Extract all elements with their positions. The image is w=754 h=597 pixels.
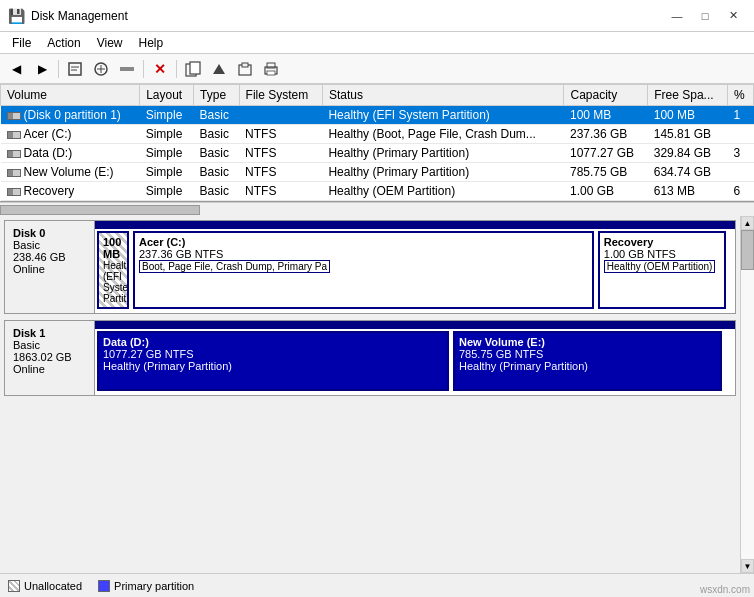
maximize-button[interactable]: □ bbox=[692, 6, 718, 26]
partition-size: 237.36 GB NTFS bbox=[139, 248, 588, 260]
partition-table: Volume Layout Type File System Status Ca… bbox=[0, 84, 754, 201]
partition-block[interactable]: Recovery 1.00 GB NTFS Healthy (OEM Parti… bbox=[598, 231, 726, 309]
v-scroll-thumb[interactable] bbox=[741, 230, 754, 270]
forward-button[interactable]: ▶ bbox=[30, 58, 54, 80]
disk-status: Online bbox=[13, 263, 86, 275]
table-row[interactable]: New Volume (E:)SimpleBasicNTFSHealthy (P… bbox=[1, 163, 754, 182]
scroll-down-button[interactable]: ▼ bbox=[741, 559, 754, 573]
app-icon: 💾 bbox=[8, 8, 25, 24]
scroll-track bbox=[741, 230, 754, 559]
table-row[interactable]: Data (D:)SimpleBasicNTFSHealthy (Primary… bbox=[1, 144, 754, 163]
disk-id: Disk 0 bbox=[13, 227, 86, 239]
col-layout[interactable]: Layout bbox=[140, 85, 194, 106]
table-row[interactable]: RecoverySimpleBasicNTFSHealthy (OEM Part… bbox=[1, 182, 754, 201]
col-volume[interactable]: Volume bbox=[1, 85, 140, 106]
print-button[interactable] bbox=[259, 58, 283, 80]
col-status[interactable]: Status bbox=[322, 85, 564, 106]
col-type[interactable]: Type bbox=[194, 85, 240, 106]
partition-name: Recovery bbox=[604, 236, 720, 248]
table-cell: NTFS bbox=[239, 182, 322, 201]
window-controls: — □ ✕ bbox=[664, 6, 746, 26]
toolbar-separator-1 bbox=[58, 60, 59, 78]
partition-block[interactable]: 100 MB Healthy (EFI System Partition) bbox=[97, 231, 129, 309]
partition-size: 100 MB bbox=[103, 236, 123, 260]
partition-size: 785.75 GB NTFS bbox=[459, 348, 716, 360]
shrink-button[interactable] bbox=[115, 58, 139, 80]
vertical-scrollbar[interactable]: ▲ ▼ bbox=[740, 216, 754, 573]
legend-primary-icon bbox=[98, 580, 110, 592]
disk-type: Basic bbox=[13, 339, 86, 351]
col-freespace[interactable]: Free Spa... bbox=[648, 85, 728, 106]
legend-unallocated: Unallocated bbox=[8, 580, 82, 592]
partition-size: 1077.27 GB NTFS bbox=[103, 348, 443, 360]
disk-status: Online bbox=[13, 363, 86, 375]
table-cell bbox=[727, 163, 753, 182]
col-capacity[interactable]: Capacity bbox=[564, 85, 648, 106]
partition-block[interactable]: New Volume (E:) 785.75 GB NTFS Healthy (… bbox=[453, 331, 722, 391]
table-row[interactable]: (Disk 0 partition 1)SimpleBasicHealthy (… bbox=[1, 106, 754, 125]
table-cell: 3 bbox=[727, 144, 753, 163]
minimize-button[interactable]: — bbox=[664, 6, 690, 26]
window-title: Disk Management bbox=[31, 9, 128, 23]
up-button[interactable] bbox=[207, 58, 231, 80]
partition-status: Healthy (Primary Partition) bbox=[459, 360, 716, 372]
table-cell: 785.75 GB bbox=[564, 163, 648, 182]
format-button[interactable] bbox=[89, 58, 113, 80]
main-content: Volume Layout Type File System Status Ca… bbox=[0, 84, 754, 573]
paste-button[interactable] bbox=[233, 58, 257, 80]
svg-marker-9 bbox=[213, 64, 225, 74]
disk-header-bar bbox=[95, 321, 735, 329]
table-cell: Basic bbox=[194, 182, 240, 201]
table-cell: Recovery bbox=[1, 182, 140, 201]
disk-header-bar bbox=[95, 221, 735, 229]
disk-entry: Disk 1 Basic 1863.02 GB Online Data (D:)… bbox=[4, 320, 736, 396]
disk-id: Disk 1 bbox=[13, 327, 86, 339]
menu-view[interactable]: View bbox=[89, 34, 131, 52]
svg-rect-8 bbox=[190, 62, 200, 74]
scroll-up-button[interactable]: ▲ bbox=[741, 216, 754, 230]
table-cell: NTFS bbox=[239, 144, 322, 163]
col-filesystem[interactable]: File System bbox=[239, 85, 322, 106]
disk-label: Disk 1 Basic 1863.02 GB Online bbox=[5, 321, 95, 395]
h-scroll-thumb[interactable] bbox=[0, 205, 200, 215]
menu-help[interactable]: Help bbox=[131, 34, 172, 52]
table-cell: 1.00 GB bbox=[564, 182, 648, 201]
legend-primary-label: Primary partition bbox=[114, 580, 194, 592]
table-cell: 145.81 GB bbox=[648, 125, 728, 144]
table-cell: Healthy (OEM Partition) bbox=[322, 182, 564, 201]
partition-table-area: Volume Layout Type File System Status Ca… bbox=[0, 84, 754, 202]
table-cell: 6 bbox=[727, 182, 753, 201]
table-cell: (Disk 0 partition 1) bbox=[1, 106, 140, 125]
partition-status: Healthy (Primary Partition) bbox=[103, 360, 443, 372]
disk-label: Disk 0 Basic 238.46 GB Online bbox=[5, 221, 95, 313]
table-cell: Simple bbox=[140, 106, 194, 125]
col-percent[interactable]: % bbox=[727, 85, 753, 106]
table-cell: New Volume (E:) bbox=[1, 163, 140, 182]
legend-unallocated-icon bbox=[8, 580, 20, 592]
table-cell: Simple bbox=[140, 182, 194, 201]
table-cell: NTFS bbox=[239, 163, 322, 182]
disk-partitions: Data (D:) 1077.27 GB NTFS Healthy (Prima… bbox=[95, 321, 735, 395]
back-button[interactable]: ◀ bbox=[4, 58, 28, 80]
delete-button[interactable]: ✕ bbox=[148, 58, 172, 80]
horizontal-scrollbar[interactable] bbox=[0, 202, 754, 216]
table-cell: Acer (C:) bbox=[1, 125, 140, 144]
table-cell bbox=[239, 106, 322, 125]
table-cell: 1077.27 GB bbox=[564, 144, 648, 163]
menu-file[interactable]: File bbox=[4, 34, 39, 52]
disk-map-area: Disk 0 Basic 238.46 GB Online 100 MB Hea… bbox=[0, 216, 740, 573]
copy-button[interactable] bbox=[181, 58, 205, 80]
table-cell: NTFS bbox=[239, 125, 322, 144]
table-cell: 237.36 GB bbox=[564, 125, 648, 144]
disk-type: Basic bbox=[13, 239, 86, 251]
close-button[interactable]: ✕ bbox=[720, 6, 746, 26]
watermark: wsxdn.com bbox=[700, 584, 750, 595]
properties-button[interactable] bbox=[63, 58, 87, 80]
table-cell: Basic bbox=[194, 125, 240, 144]
partition-block[interactable]: Data (D:) 1077.27 GB NTFS Healthy (Prima… bbox=[97, 331, 449, 391]
disk-entry: Disk 0 Basic 238.46 GB Online 100 MB Hea… bbox=[4, 220, 736, 314]
menu-action[interactable]: Action bbox=[39, 34, 88, 52]
table-row[interactable]: Acer (C:)SimpleBasicNTFSHealthy (Boot, P… bbox=[1, 125, 754, 144]
table-cell: Simple bbox=[140, 125, 194, 144]
partition-block[interactable]: Acer (C:) 237.36 GB NTFS Boot, Page File… bbox=[133, 231, 594, 309]
